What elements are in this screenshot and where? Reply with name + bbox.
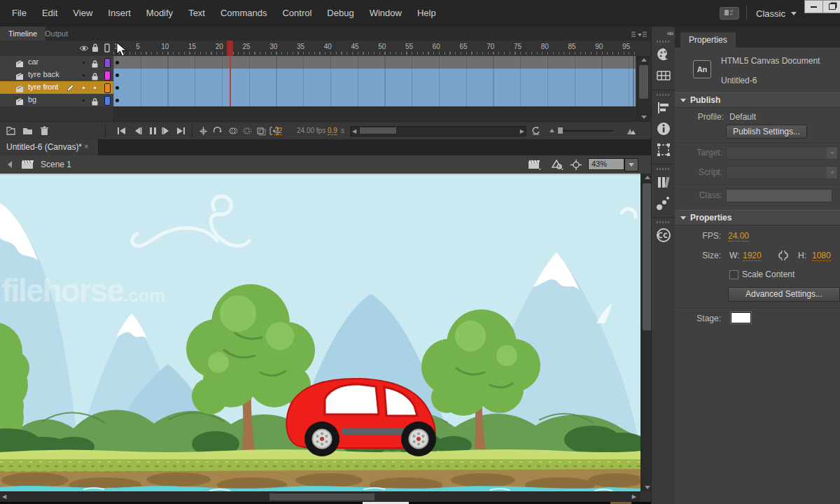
tab-properties[interactable]: Properties — [680, 32, 736, 48]
align-panel-icon[interactable] — [655, 99, 672, 116]
frame-rate-value[interactable]: 24.00 fps — [297, 127, 326, 134]
scroll-thumb[interactable] — [360, 127, 396, 134]
reset-timeline-zoom-icon[interactable] — [531, 126, 541, 136]
advanced-settings-button[interactable]: Advanced Settings... — [728, 287, 840, 302]
cc-libraries-panel-icon[interactable] — [655, 227, 672, 244]
step-forward-icon[interactable] — [161, 126, 172, 136]
minimize-button[interactable] — [804, 0, 823, 13]
workspace-switcher-icon[interactable] — [720, 7, 739, 20]
publish-settings-button[interactable]: Publish Settings... — [726, 125, 807, 139]
close-icon[interactable]: × — [84, 142, 88, 150]
layer-track-bg[interactable] — [113, 94, 636, 107]
menu-item-control[interactable]: Control — [274, 0, 319, 27]
properties-section-header[interactable]: Properties — [675, 210, 840, 225]
scroll-thumb[interactable] — [270, 493, 374, 500]
menu-item-insert[interactable]: Insert — [100, 0, 139, 27]
scroll-left-icon[interactable]: ◀ — [352, 128, 356, 134]
publish-section-header[interactable]: Publish — [675, 92, 840, 108]
layer-track-tyre-front[interactable] — [113, 81, 636, 94]
panel-menu-icon[interactable] — [631, 29, 647, 38]
height-value[interactable]: 1080 — [812, 251, 831, 261]
center-stage-icon[interactable] — [570, 159, 582, 171]
collapse-panels-icon[interactable]: «« — [667, 29, 673, 37]
menu-item-debug[interactable]: Debug — [319, 0, 361, 27]
pause-icon[interactable] — [148, 126, 158, 136]
restore-button[interactable] — [822, 0, 840, 13]
zoom-in-frames-icon[interactable] — [623, 126, 637, 136]
layer-name[interactable]: tyre front — [28, 83, 58, 91]
tab-output[interactable]: Output — [36, 27, 76, 41]
scale-content-checkbox[interactable] — [729, 270, 738, 279]
scroll-up-icon[interactable] — [638, 56, 650, 64]
stage-canvas[interactable] — [0, 175, 640, 493]
layer-visible-dot[interactable] — [83, 87, 85, 89]
layer-track-car[interactable] — [113, 56, 636, 69]
width-value[interactable]: 1920 — [743, 251, 762, 261]
loop-playback-icon[interactable] — [212, 126, 223, 136]
layer-outline-swatch[interactable] — [104, 83, 111, 93]
layer-row-car[interactable]: car — [0, 56, 113, 69]
layer-visible-dot[interactable] — [83, 74, 85, 76]
menu-item-window[interactable]: Window — [362, 0, 410, 27]
layer-name[interactable]: tyre back — [28, 70, 59, 78]
stage-viewport[interactable] — [0, 174, 640, 493]
step-back-icon[interactable] — [132, 126, 143, 136]
scroll-down-icon[interactable] — [638, 113, 650, 121]
layer-outline-swatch[interactable] — [104, 96, 111, 106]
layer-track-tyre-back[interactable] — [113, 69, 636, 82]
layer-row-bg[interactable]: bg — [0, 94, 113, 107]
stage-horizontal-scrollbar[interactable]: ◀ ▶ — [0, 491, 640, 503]
menu-item-file[interactable]: File — [4, 0, 34, 27]
edit-symbols-icon[interactable] — [550, 159, 566, 171]
stage-color-swatch[interactable] — [731, 312, 751, 323]
motion-presets-panel-icon[interactable] — [655, 195, 672, 211]
menu-item-modify[interactable]: Modify — [139, 0, 181, 27]
menu-item-text[interactable]: Text — [181, 0, 213, 27]
layer-row-tyre-back[interactable]: tyre back — [0, 69, 113, 82]
delete-layer-icon[interactable] — [39, 126, 50, 136]
edit-scene-icon[interactable] — [528, 159, 543, 171]
layer-visible-dot[interactable] — [83, 99, 85, 102]
layer-unlocked-dot[interactable] — [94, 87, 96, 89]
scroll-right-icon[interactable]: ▶ — [632, 493, 636, 500]
menu-item-view[interactable]: View — [65, 0, 100, 27]
edit-multiple-frames-icon[interactable] — [256, 126, 267, 136]
new-folder-icon[interactable] — [22, 126, 33, 136]
menu-item-commands[interactable]: Commands — [213, 0, 274, 27]
document-tab[interactable]: Untitled-6 (Canvas)* × — [0, 139, 99, 155]
info-panel-icon[interactable] — [655, 120, 672, 137]
fps-value[interactable]: 24.00 — [728, 231, 749, 241]
current-frame-value[interactable]: 22 — [274, 127, 282, 135]
menu-item-edit[interactable]: Edit — [34, 0, 65, 27]
workspace-dropdown[interactable]: Classic — [756, 0, 797, 27]
swatches-panel-icon[interactable] — [655, 67, 672, 84]
onion-skin-icon[interactable] — [228, 126, 239, 136]
stage-zoom-value[interactable]: 43% — [588, 158, 624, 170]
scene-breadcrumb[interactable]: Scene 1 — [41, 160, 71, 169]
transform-panel-icon[interactable] — [655, 141, 672, 158]
zoom-out-frames-icon[interactable] — [547, 126, 557, 136]
layer-name[interactable]: car — [28, 57, 38, 66]
go-to-first-frame-icon[interactable] — [116, 126, 127, 136]
scroll-thumb[interactable] — [639, 65, 648, 99]
scroll-left-icon[interactable]: ◀ — [2, 493, 6, 500]
timeline-zoom-slider[interactable] — [557, 130, 613, 132]
elapsed-time-value[interactable]: 0.9 — [328, 127, 337, 135]
link-broken-icon[interactable] — [777, 250, 790, 261]
brush-library-panel-icon[interactable] — [655, 174, 672, 190]
go-to-last-frame-icon[interactable] — [176, 126, 186, 136]
layer-name[interactable]: bg — [28, 95, 36, 104]
menu-item-help[interactable]: Help — [410, 0, 444, 27]
timeline-horizontal-scrollbar[interactable]: ◀ ▶ — [350, 126, 526, 136]
timeline-zoom-handle[interactable] — [558, 127, 563, 134]
back-arrow-icon[interactable] — [6, 160, 14, 169]
playhead-handle[interactable] — [227, 41, 233, 56]
center-frame-icon[interactable] — [198, 126, 209, 136]
new-layer-icon[interactable] — [6, 126, 16, 136]
layer-visible-dot[interactable] — [83, 62, 85, 64]
stage-zoom-dropdown[interactable] — [624, 158, 638, 172]
onion-skin-outlines-icon[interactable] — [242, 126, 253, 136]
layer-outline-swatch[interactable] — [104, 58, 111, 68]
scroll-right-icon[interactable]: ▶ — [520, 128, 524, 134]
layer-outline-swatch[interactable] — [104, 71, 111, 80]
